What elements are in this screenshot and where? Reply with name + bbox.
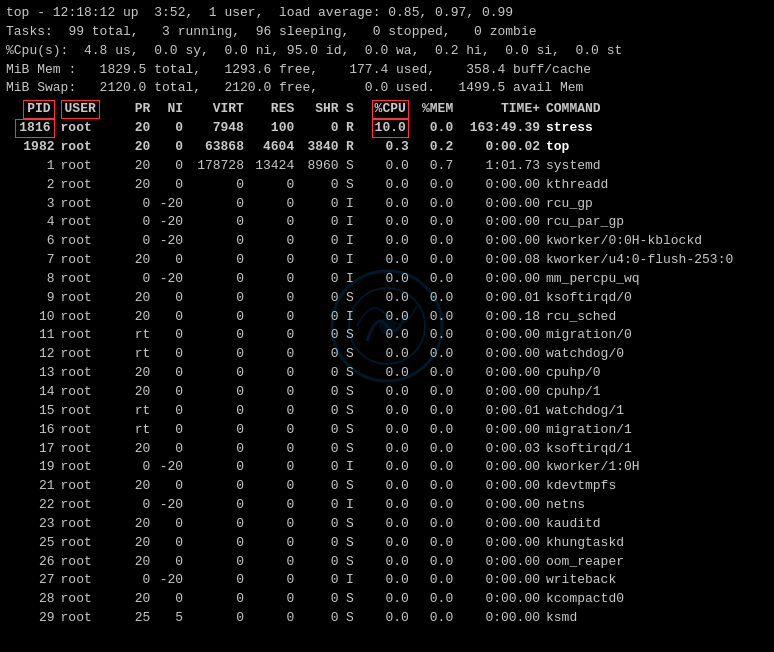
header-line1: top - 12:18:12 up 3:52, 1 user, load ave… (6, 4, 768, 23)
cell-time: 0:00.00 (455, 609, 542, 628)
cell-cmd: cpuhp/1 (542, 383, 768, 402)
table-row: 25 root 20 0 0 0 0 S 0.0 0.0 0:00.00 khu… (6, 534, 768, 553)
cell-virt: 0 (185, 195, 246, 214)
cell-pid: 17 (6, 440, 57, 459)
cell-s: S (341, 326, 360, 345)
col-pid: PID (6, 100, 57, 119)
cell-pid: 12 (6, 345, 57, 364)
cell-pid: 1982 (6, 138, 57, 157)
cell-pr: 20 (117, 515, 152, 534)
cell-ni: 0 (152, 119, 185, 138)
cell-virt: 0 (185, 232, 246, 251)
cell-pr: 20 (117, 383, 152, 402)
cell-pid: 8 (6, 270, 57, 289)
cell-mem: 0.0 (411, 251, 455, 270)
cell-time: 0:00.00 (455, 590, 542, 609)
cell-virt: 0 (185, 458, 246, 477)
cell-shr: 0 (296, 270, 340, 289)
cell-virt: 7948 (185, 119, 246, 138)
cell-time: 0:00.00 (455, 364, 542, 383)
cell-time: 0:00.00 (455, 232, 542, 251)
cell-pid: 13 (6, 364, 57, 383)
cell-res: 0 (246, 251, 296, 270)
cell-time: 0:00.00 (455, 458, 542, 477)
cell-mem: 0.0 (411, 553, 455, 572)
cell-ni: -20 (152, 571, 185, 590)
cell-cmd: kauditd (542, 515, 768, 534)
cell-time: 0:00.00 (455, 345, 542, 364)
cell-cmd: kworker/1:0H (542, 458, 768, 477)
cell-shr: 0 (296, 440, 340, 459)
cell-s: R (341, 138, 360, 157)
cell-cmd: oom_reaper (542, 553, 768, 572)
table-row: 28 root 20 0 0 0 0 S 0.0 0.0 0:00.00 kco… (6, 590, 768, 609)
table-row: 23 root 20 0 0 0 0 S 0.0 0.0 0:00.00 kau… (6, 515, 768, 534)
cell-pid: 21 (6, 477, 57, 496)
cell-pid: 29 (6, 609, 57, 628)
cell-res: 0 (246, 571, 296, 590)
table-row: 13 root 20 0 0 0 0 S 0.0 0.0 0:00.00 cpu… (6, 364, 768, 383)
cell-cmd: cpuhp/0 (542, 364, 768, 383)
cell-shr: 0 (296, 176, 340, 195)
cell-virt: 0 (185, 270, 246, 289)
cell-pr: 0 (117, 270, 152, 289)
cell-virt: 0 (185, 383, 246, 402)
table-row: 16 root rt 0 0 0 0 S 0.0 0.0 0:00.00 mig… (6, 421, 768, 440)
cell-shr: 0 (296, 232, 340, 251)
cell-s: S (341, 289, 360, 308)
cell-virt: 0 (185, 402, 246, 421)
cell-s: S (341, 553, 360, 572)
cell-time: 0:00.00 (455, 534, 542, 553)
cell-cmd: mm_percpu_wq (542, 270, 768, 289)
cell-time: 0:00.03 (455, 440, 542, 459)
cell-cmd: top (542, 138, 768, 157)
cell-s: S (341, 421, 360, 440)
cell-cpu: 0.0 (359, 345, 410, 364)
cell-res: 0 (246, 326, 296, 345)
table-row: 12 root rt 0 0 0 0 S 0.0 0.0 0:00.00 wat… (6, 345, 768, 364)
cell-user: root (57, 609, 118, 628)
cell-cpu: 0.0 (359, 477, 410, 496)
table-row: 1 root 20 0 178728 13424 8960 S 0.0 0.7 … (6, 157, 768, 176)
cell-pr: 0 (117, 571, 152, 590)
cell-user: root (57, 326, 118, 345)
cell-res: 0 (246, 421, 296, 440)
cell-virt: 0 (185, 308, 246, 327)
cell-ni: -20 (152, 195, 185, 214)
cell-time: 0:00.18 (455, 308, 542, 327)
cell-time: 0:00.00 (455, 383, 542, 402)
cell-time: 0:00.00 (455, 571, 542, 590)
cell-s: I (341, 308, 360, 327)
cell-cpu: 10.0 (359, 119, 410, 138)
cell-pid: 2 (6, 176, 57, 195)
cell-user: root (57, 496, 118, 515)
cell-cpu: 0.0 (359, 496, 410, 515)
cell-mem: 0.0 (411, 477, 455, 496)
cell-mem: 0.0 (411, 119, 455, 138)
cell-ni: 0 (152, 176, 185, 195)
cell-s: I (341, 213, 360, 232)
cell-user: root (57, 364, 118, 383)
cell-user: root (57, 421, 118, 440)
cell-res: 100 (246, 119, 296, 138)
cell-s: I (341, 232, 360, 251)
cell-ni: 0 (152, 402, 185, 421)
cell-shr: 0 (296, 477, 340, 496)
cell-user: root (57, 289, 118, 308)
cell-pid: 25 (6, 534, 57, 553)
header-line2: Tasks: 99 total, 3 running, 96 sleeping,… (6, 23, 768, 42)
cell-ni: -20 (152, 232, 185, 251)
cell-user: root (57, 458, 118, 477)
cell-pr: 20 (117, 440, 152, 459)
cell-cmd: rcu_gp (542, 195, 768, 214)
cell-pid: 28 (6, 590, 57, 609)
cell-s: I (341, 251, 360, 270)
table-row: 15 root rt 0 0 0 0 S 0.0 0.0 0:00.01 wat… (6, 402, 768, 421)
cell-cmd: khungtaskd (542, 534, 768, 553)
cell-shr: 0 (296, 515, 340, 534)
cell-mem: 0.0 (411, 232, 455, 251)
cell-cmd: kworker/u4:0-flush-253:0 (542, 251, 768, 270)
cell-time: 0:00.00 (455, 553, 542, 572)
cell-mem: 0.2 (411, 138, 455, 157)
cell-pr: 0 (117, 496, 152, 515)
